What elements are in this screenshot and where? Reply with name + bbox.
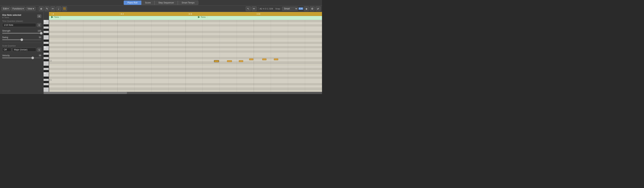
time-quantize-label: Time Quantize (classic)	[2, 20, 41, 22]
scrollbar-thumb[interactable]	[44, 92, 127, 94]
midi-note-5[interactable]	[262, 58, 266, 60]
piano-key-C#2[interactable]	[44, 70, 49, 72]
tab-step-sequencer[interactable]: Step Sequencer	[154, 0, 178, 5]
track-headers: Toms Toms	[49, 16, 322, 20]
quantize-q-btn[interactable]: Q	[37, 23, 41, 27]
piano-key-F2[interactable]	[44, 61, 49, 63]
grid-rows	[49, 20, 322, 92]
grid-row-F3	[49, 26, 322, 29]
piano-key-F#2[interactable]	[44, 59, 49, 61]
piano-key-B3[interactable]	[44, 22, 49, 24]
metronome-btn[interactable]: ♩	[56, 6, 61, 11]
piano-key-C3[interactable]: C3	[44, 46, 49, 48]
left-panel: One Note selected in Toms ⊞ Time Quantiz…	[0, 12, 44, 94]
play-icon-1	[51, 16, 54, 18]
velocity-section: Velocity 99	[2, 54, 41, 58]
ruler-label-4-4: 4 4	[257, 13, 260, 15]
grid-row-G3	[49, 22, 322, 24]
functions-menu-button[interactable]: Functions ▾	[11, 7, 25, 11]
roll-area[interactable]: C2 C1	[49, 20, 322, 92]
grid-row-D1	[49, 85, 322, 87]
piano-key-F1[interactable]	[44, 87, 49, 90]
tab-smart-tempo[interactable]: Smart Tempo	[178, 0, 198, 5]
piano-key-G#2[interactable]	[44, 55, 49, 57]
status-info: One Note selected in Toms	[2, 14, 21, 18]
grid-row-C2	[49, 63, 322, 66]
piano-key-A3[interactable]	[44, 26, 49, 29]
snap-select[interactable]: Smart 1/4 Note 1/8 Note 1/16 Note	[282, 7, 298, 11]
piano-key-F#3[interactable]	[44, 33, 49, 35]
split-icon-btn[interactable]: ⊕	[39, 6, 44, 11]
grid-row-D#3	[49, 31, 322, 33]
piano-key-A2[interactable]	[44, 53, 49, 55]
quantize-select[interactable]: 1/16 Note 1/8 Note 1/4 Note 1/32 Note	[2, 23, 36, 27]
tab-piano-roll[interactable]: Piano Roll	[124, 0, 141, 5]
horizontal-scrollbar[interactable]	[44, 92, 322, 94]
piano-key-A1[interactable]	[44, 79, 49, 81]
link-btn[interactable]: ⛓	[62, 6, 67, 11]
scissors-btn[interactable]: ✂	[50, 6, 56, 11]
piano-key-C4[interactable]: C4	[44, 20, 49, 22]
piano-key-A#3[interactable]	[44, 24, 49, 26]
piano-key-G1[interactable]	[44, 83, 49, 85]
piano-key-A#2[interactable]	[44, 50, 49, 53]
piano-key-D3[interactable]	[44, 42, 49, 44]
strength-label: Strength	[2, 29, 10, 32]
track-header-toms-2: Toms	[196, 16, 207, 18]
edit-menu-button[interactable]: Edit ▾	[2, 7, 10, 11]
piano-key-F3[interactable]	[44, 35, 49, 37]
view-label: View	[28, 7, 32, 10]
grid-row-B2	[49, 39, 322, 42]
piano-key-B1[interactable]	[44, 74, 49, 77]
scale-off-select[interactable]: Off On	[2, 48, 11, 52]
midi-note-3[interactable]	[239, 60, 243, 62]
view-chevron-icon: ▾	[33, 7, 34, 10]
toolbar: Edit ▾ Functions ▾ View ▾ ⊕ ✎ ✂ ♩ ⛓ ↖ ✏ …	[0, 5, 322, 12]
ruler-label-4-3: 4 3	[189, 13, 192, 15]
piano-key-G#3[interactable]	[44, 29, 49, 31]
strength-row: Strength 100	[2, 29, 41, 32]
velocity-slider[interactable]	[2, 57, 41, 58]
swing-slider[interactable]	[2, 39, 41, 40]
midi-note-4[interactable]	[249, 58, 253, 60]
midi-note-2[interactable]	[227, 60, 232, 62]
swing-thumb[interactable]	[20, 38, 23, 41]
piano-key-A#1[interactable]	[44, 77, 49, 79]
grid-row-C3	[49, 37, 322, 39]
strength-slider[interactable]	[2, 33, 41, 33]
track-label-2: Toms	[201, 16, 206, 18]
piano-key-E3[interactable]	[44, 37, 49, 39]
scale-mode-select[interactable]: Major (Ionian) Minor (Aeolian) Dorian Mi…	[12, 48, 36, 52]
piano-key-E1[interactable]	[44, 90, 49, 92]
chain-icon: ⛓	[63, 7, 66, 10]
scale-q-btn[interactable]: Q	[37, 48, 41, 52]
piano-key-B2[interactable]	[44, 48, 49, 50]
piano-key-G3[interactable]	[44, 31, 49, 33]
velocity-thumb[interactable]	[32, 57, 34, 59]
status-icon-btn[interactable]: ⊞	[37, 14, 41, 18]
piano-key-E2[interactable]	[44, 63, 49, 66]
zoom-btn[interactable]: ◈	[304, 6, 309, 11]
strength-thumb[interactable]	[40, 32, 42, 34]
ruler-tick-4-2	[120, 13, 120, 15]
piano-key-G2[interactable]	[44, 57, 49, 59]
piano-keys: C4C3C2C1	[44, 20, 49, 92]
midi-note-1[interactable]	[214, 60, 219, 62]
expand-btn[interactable]: ⇄	[316, 6, 320, 11]
piano-key-D#2[interactable]	[44, 66, 49, 68]
piano-key-C#3[interactable]	[44, 44, 49, 46]
swing-section: Swing 50	[2, 36, 41, 40]
pencil-tool-btn[interactable]: ✏	[252, 6, 256, 11]
midi-draw-btn[interactable]: ✎	[44, 6, 50, 11]
piano-key-F#1[interactable]	[44, 85, 49, 87]
settings-btn[interactable]: ⚙	[310, 6, 315, 11]
view-menu-button[interactable]: View ▾	[26, 7, 36, 11]
midi-note-6[interactable]	[274, 58, 278, 60]
tab-score[interactable]: Score	[141, 0, 154, 5]
piano-key-D2[interactable]	[44, 68, 49, 70]
grid-row-F#1	[49, 77, 322, 79]
piano-key-D#3[interactable]	[44, 39, 49, 42]
piano-key-C2[interactable]: C2	[44, 72, 49, 74]
piano-key-G#1[interactable]	[44, 81, 49, 83]
pointer-tool-btn[interactable]: ↖	[246, 6, 251, 11]
